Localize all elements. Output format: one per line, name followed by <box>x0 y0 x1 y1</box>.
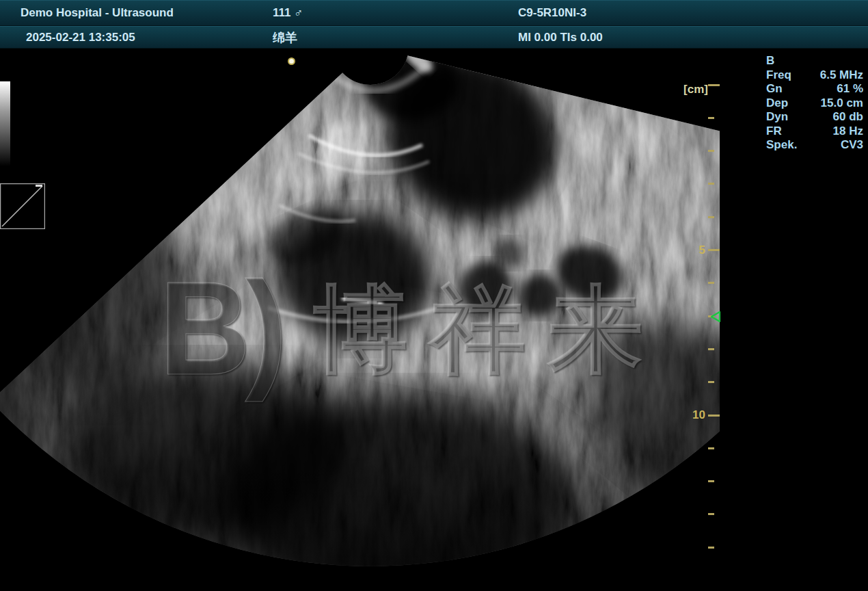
param-row: Gn61 % <box>766 82 863 96</box>
scan-image[interactable] <box>0 0 868 591</box>
param-row: Freq6.5 MHz <box>766 68 863 83</box>
probe-model: C9-5R10NI-3 <box>518 6 586 20</box>
datetime: 2025-02-21 13:35:05 <box>26 31 135 44</box>
ultrasound-screen: B) 博祥来 Demo Hospital - Ultrasound 111 ♂ … <box>0 0 868 591</box>
param-row: Dyn60 db <box>766 110 863 124</box>
mode-label: B <box>766 54 863 68</box>
params-panel: B Freq6.5 MHzGn61 %Dep15.0 cmDyn60 dbFR1… <box>766 54 863 153</box>
patient-id: 111 <box>273 6 291 20</box>
header-bar-top: Demo Hospital - Ultrasound 111 ♂ C9-5R10… <box>0 0 868 26</box>
header-bar-bottom: 2025-02-21 13:35:05 绵羊 MI 0.00 TIs 0.00 <box>0 26 868 49</box>
b-mode-sector <box>0 0 868 591</box>
focus-marker-icon[interactable] <box>710 311 722 326</box>
probe-orientation-marker-icon <box>288 57 295 65</box>
male-gender-icon: ♂ <box>294 6 303 21</box>
animal-type: 绵羊 <box>273 29 297 46</box>
param-row: Dep15.0 cm <box>766 96 863 111</box>
grayscale-bar <box>0 81 10 166</box>
hospital-name: Demo Hospital - Ultrasound <box>21 6 174 20</box>
param-row: Spek.CV3 <box>766 138 863 153</box>
param-row: FR18 Hz <box>766 124 863 139</box>
acoustic-indices: MI 0.00 TIs 0.00 <box>518 31 603 44</box>
gamma-curve-icon <box>0 183 45 232</box>
